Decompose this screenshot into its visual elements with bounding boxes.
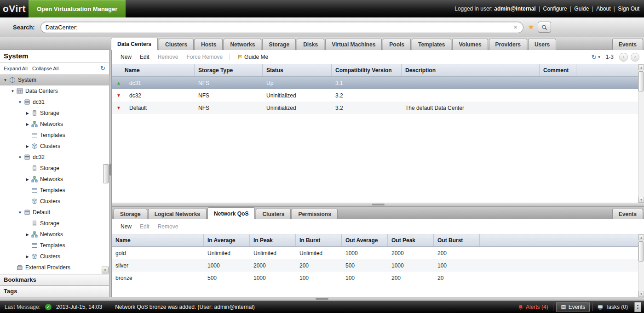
tree-item-templates[interactable]: Templates: [0, 130, 109, 141]
column-header-out-average[interactable]: Out Average: [342, 234, 388, 246]
detail-tab-storage[interactable]: Storage: [114, 209, 147, 219]
tree-item-data-centers[interactable]: ▼Data Centers: [0, 85, 109, 97]
tab-storage[interactable]: Storage: [262, 39, 296, 50]
scrollbar-up-button[interactable]: ▲: [638, 234, 644, 240]
qos-edit-button[interactable]: Edit: [136, 223, 154, 230]
column-header-compatibility-version[interactable]: Compatibility Version: [332, 64, 402, 76]
footer-splitter[interactable]: [0, 297, 644, 301]
sidebar-section-tags[interactable]: Tags: [0, 285, 109, 297]
sidebar-section-bookmarks[interactable]: Bookmarks: [0, 274, 109, 285]
table-row-dc31[interactable]: ▲dc31NFSUp3.1: [112, 77, 644, 89]
guide-me-button[interactable]: Guide Me: [233, 54, 272, 60]
tree-item-storage[interactable]: Storage: [0, 163, 109, 174]
header-link-sign-out[interactable]: Sign Out: [618, 6, 639, 12]
column-header-out-burst[interactable]: Out Burst: [434, 234, 480, 246]
tree-item-external-providers[interactable]: External Providers: [0, 262, 109, 273]
detail-tab-events[interactable]: Events: [612, 209, 643, 219]
column-header-description[interactable]: Description: [402, 64, 540, 76]
tab-pools[interactable]: Pools: [383, 39, 411, 50]
column-header-in-burst[interactable]: In Burst: [296, 234, 342, 246]
column-header-status[interactable]: Status: [263, 64, 332, 76]
detail-tab-clusters[interactable]: Clusters: [256, 209, 291, 219]
tab-clusters[interactable]: Clusters: [159, 39, 194, 50]
tree-item-dc32[interactable]: ▼dc32: [0, 152, 109, 163]
force-remove-button[interactable]: Force Remove: [182, 54, 227, 60]
tab-data-centers[interactable]: Data Centers: [111, 38, 158, 50]
scrollbar-thumb[interactable]: [638, 241, 644, 262]
expander-open-icon[interactable]: ▼: [17, 211, 23, 215]
tree-item-default[interactable]: ▼Default: [0, 207, 109, 218]
scrollbar-down-button[interactable]: ▼: [638, 291, 644, 297]
grid-refresh-icon[interactable]: ↻: [591, 53, 597, 61]
footer-collapse-toggle[interactable]: ▲ ▼: [634, 302, 641, 312]
refresh-caret-icon[interactable]: ▾: [598, 55, 600, 59]
qos-row-silver[interactable]: silver100020002005001000100: [112, 259, 644, 272]
detail-tab-network-qos[interactable]: Network QoS: [207, 207, 255, 219]
collapse-all-button[interactable]: Collapse All: [32, 66, 58, 71]
column-header-out-peak[interactable]: Out Peak: [388, 234, 434, 246]
expander-closed-icon[interactable]: ▶: [24, 255, 31, 259]
tab-templates[interactable]: Templates: [412, 39, 451, 50]
tab-events[interactable]: Events: [612, 39, 643, 50]
expander-open-icon[interactable]: ▼: [9, 89, 16, 93]
column-header-in-peak[interactable]: In Peak: [250, 234, 296, 246]
scrollbar-down-button[interactable]: ▼: [102, 267, 109, 273]
expander-open-icon[interactable]: ▼: [2, 78, 9, 82]
tab-hosts[interactable]: Hosts: [195, 39, 223, 50]
expander-closed-icon[interactable]: ▶: [24, 144, 31, 148]
tree-item-system[interactable]: ▼System: [0, 74, 109, 85]
tree-item-storage[interactable]: Storage: [0, 218, 109, 229]
remove-button[interactable]: Remove: [154, 54, 183, 60]
expander-closed-icon[interactable]: ▶: [24, 177, 31, 182]
expander-closed-icon[interactable]: ▶: [24, 111, 31, 115]
tree-item-networks[interactable]: ▶Networks: [0, 229, 109, 240]
expander-closed-icon[interactable]: ▶: [24, 233, 31, 237]
tasks-button[interactable]: Tasks (0): [593, 304, 632, 310]
table-row-dc32[interactable]: ▼dc32NFSUninitialized3.2: [112, 89, 644, 102]
detail-tab-permissions[interactable]: Permissions: [292, 209, 337, 219]
column-header-name[interactable]: Name: [112, 234, 204, 246]
qos-row-bronze[interactable]: bronze500100010010020020: [112, 272, 644, 284]
next-page-button[interactable]: ›: [631, 53, 639, 62]
header-link-about[interactable]: About: [596, 6, 610, 12]
tree-item-storage[interactable]: ▶Storage: [0, 108, 109, 119]
new-button[interactable]: New: [116, 54, 136, 60]
expand-all-button[interactable]: Expand All: [4, 66, 28, 71]
alerts-button[interactable]: Alerts (4): [513, 304, 553, 310]
tree-item-clusters[interactable]: ▶Clusters: [0, 251, 109, 262]
tree-item-dc31[interactable]: ▼dc31: [0, 97, 109, 108]
tab-disks[interactable]: Disks: [297, 39, 324, 50]
detail-tab-logical-networks[interactable]: Logical Networks: [148, 209, 207, 219]
header-link-guide[interactable]: Guide: [574, 6, 589, 12]
tree-item-networks[interactable]: ▶Networks: [0, 119, 109, 130]
scrollbar-down-button[interactable]: ▼: [638, 197, 644, 203]
tree-item-templates[interactable]: Templates: [0, 240, 109, 251]
tab-users[interactable]: Users: [528, 39, 556, 50]
bookmark-star-icon[interactable]: ★: [528, 23, 534, 31]
column-header-in-average[interactable]: In Average: [204, 234, 250, 246]
qos-row-gold[interactable]: goldUnlimitedUnlimitedUnlimited100020002…: [112, 247, 644, 259]
events-button[interactable]: Events: [556, 302, 590, 312]
scrollbar-thumb[interactable]: [103, 164, 109, 183]
qos-new-button[interactable]: New: [116, 223, 136, 230]
scrollbar-up-button[interactable]: ▲: [638, 64, 644, 70]
tab-volumes[interactable]: Volumes: [452, 39, 488, 50]
scrollbar-thumb[interactable]: [638, 71, 644, 91]
tree-item-networks[interactable]: ▶Networks: [0, 174, 109, 185]
tab-virtual-machines[interactable]: Virtual Machines: [325, 39, 382, 50]
tree-item-templates[interactable]: Templates: [0, 185, 109, 196]
column-header-comment[interactable]: Comment: [540, 64, 576, 76]
clear-search-icon[interactable]: ×: [513, 23, 518, 31]
header-link-configure[interactable]: Configure: [543, 6, 567, 12]
expander-open-icon[interactable]: ▼: [17, 100, 23, 104]
edit-button[interactable]: Edit: [136, 54, 154, 60]
tab-providers[interactable]: Providers: [489, 39, 527, 50]
qos-remove-button[interactable]: Remove: [154, 223, 183, 230]
expander-closed-icon[interactable]: ▶: [24, 122, 31, 126]
tree-refresh-icon[interactable]: ↻: [100, 65, 105, 72]
tab-networks[interactable]: Networks: [224, 39, 261, 50]
search-button[interactable]: [538, 22, 551, 33]
expander-open-icon[interactable]: ▼: [17, 155, 23, 159]
tree-item-clusters[interactable]: ▶Clusters: [0, 141, 109, 152]
table-row-default[interactable]: ▼DefaultNFSUninitialized3.2The default D…: [112, 102, 644, 114]
